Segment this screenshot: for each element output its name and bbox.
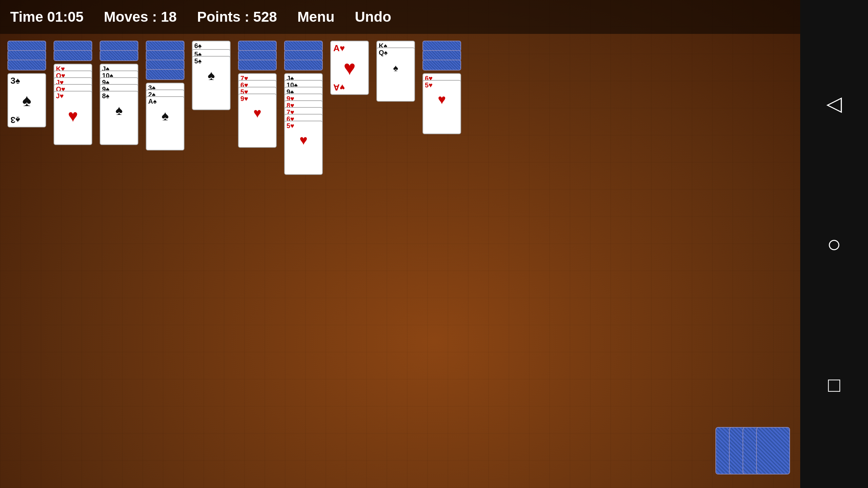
face-down-card bbox=[7, 60, 46, 70]
card-a-spades[interactable]: A♠ ♠ bbox=[146, 96, 184, 150]
column-3[interactable]: J♠ ♠ 10♠ 9♠ 9♠ 8♠ ♠ bbox=[99, 41, 139, 145]
card-3-spades[interactable]: 3♠ ♠ ♠3 bbox=[7, 73, 46, 127]
game-header: Time 01:05 Moves : 18 Points : 528 Menu … bbox=[0, 0, 868, 34]
column-6[interactable]: 7♥ 6♥ 5♥ 9♥ ♥ bbox=[237, 41, 277, 148]
nav-panel: ◁ ○ □ bbox=[800, 0, 868, 488]
card-8-spades[interactable]: 8♠ ♠ bbox=[100, 91, 138, 145]
face-down-card bbox=[422, 60, 461, 70]
column-8[interactable]: A♥ ♥ ♥A bbox=[330, 41, 370, 95]
card-5-hearts-col7[interactable]: 5♥ ♥ bbox=[284, 121, 323, 175]
column-5[interactable]: 6♠ ♠ 5♠ 5♠ ♠ bbox=[191, 41, 231, 110]
home-button[interactable]: ○ bbox=[827, 230, 841, 258]
face-down-card bbox=[284, 60, 323, 70]
back-button[interactable]: ◁ bbox=[826, 92, 842, 115]
column-4[interactable]: 3♠ 2♠ A♠ ♠ bbox=[145, 41, 185, 150]
card-5-spades-2[interactable]: 5♠ ♠ bbox=[192, 56, 231, 110]
time-display: Time 01:05 bbox=[10, 9, 83, 25]
face-down-card bbox=[238, 60, 277, 70]
card-j-hearts-2[interactable]: J♥ ♥ bbox=[54, 91, 92, 145]
column-2[interactable]: K♥ 👑♥ Q♥ J♥ Q♥ J♥ ♥ bbox=[53, 41, 93, 145]
column-7[interactable]: J♠ 10♠ 9♠ 9♥ 8♥ 7♥ 6♥ 5♥ ♥ bbox=[283, 41, 323, 175]
card-5-hearts-col10[interactable]: 5♥ ♥ bbox=[422, 80, 461, 134]
menu-button[interactable]: Menu bbox=[297, 9, 335, 25]
face-down-card bbox=[100, 50, 138, 61]
recents-button[interactable]: □ bbox=[828, 373, 840, 396]
column-10[interactable]: 6♥ 5♥ ♥ bbox=[422, 41, 462, 134]
game-area: 3♠ ♠ ♠3 K♥ 👑♥ Q♥ J♥ Q♥ J♥ ♥ J♠ ♠ bbox=[0, 34, 800, 182]
points-display: Points : 528 bbox=[197, 9, 277, 25]
card-9-hearts[interactable]: 9♥ ♥ bbox=[238, 94, 277, 148]
deck-pile[interactable] bbox=[715, 427, 790, 474]
deck-card-4 bbox=[756, 427, 790, 474]
card-a-hearts[interactable]: A♥ ♥ ♥A bbox=[330, 41, 369, 95]
undo-button[interactable]: Undo bbox=[355, 9, 391, 25]
column-1[interactable]: 3♠ ♠ ♠3 bbox=[7, 41, 47, 127]
face-down-card bbox=[54, 50, 92, 61]
moves-display: Moves : 18 bbox=[104, 9, 177, 25]
card-q-spades[interactable]: Q♠ ♠ bbox=[376, 47, 415, 102]
column-9[interactable]: K♠ ♠👑 Q♠ ♠ bbox=[376, 41, 416, 102]
face-down-card bbox=[146, 69, 184, 80]
